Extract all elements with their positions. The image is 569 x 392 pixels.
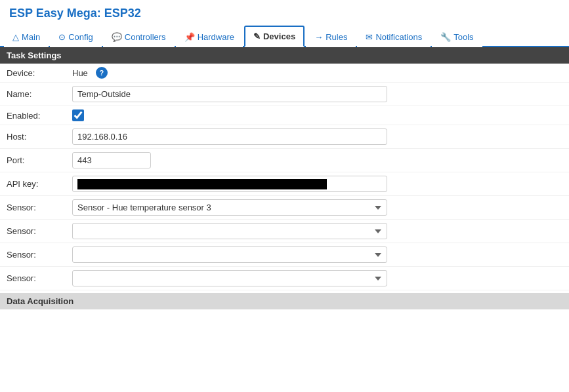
port-label: Port: bbox=[7, 155, 72, 165]
sensor3-select[interactable]: Sensor - Hue temperature sensor 1 Sensor… bbox=[72, 246, 387, 263]
device-label: Device: bbox=[7, 68, 72, 78]
sensor4-row: Sensor: Sensor - Hue temperature sensor … bbox=[0, 267, 569, 290]
sensor2-select[interactable]: Sensor - Hue temperature sensor 1 Sensor… bbox=[72, 223, 387, 239]
main-icon: △ bbox=[12, 32, 19, 42]
tab-main[interactable]: △ Main bbox=[4, 26, 49, 47]
help-icon[interactable]: ? bbox=[96, 67, 108, 79]
notifications-icon: ✉ bbox=[366, 32, 373, 42]
apikey-container bbox=[72, 176, 387, 192]
tab-notifications[interactable]: ✉ Notifications bbox=[357, 26, 431, 47]
apikey-input[interactable] bbox=[72, 176, 387, 192]
sensor2-control: Sensor - Hue temperature sensor 1 Sensor… bbox=[72, 223, 562, 239]
device-control: Hue ? bbox=[72, 67, 562, 79]
name-row: Name: bbox=[0, 83, 569, 106]
tools-icon: 🔧 bbox=[440, 32, 451, 42]
host-label: Host: bbox=[7, 132, 72, 142]
tab-hardware[interactable]: 📌 Hardware bbox=[176, 26, 243, 47]
sensor4-select[interactable]: Sensor - Hue temperature sensor 1 Sensor… bbox=[72, 270, 387, 286]
sensor4-control: Sensor - Hue temperature sensor 1 Sensor… bbox=[72, 270, 562, 286]
apikey-control bbox=[72, 176, 562, 192]
tab-rules[interactable]: → Rules bbox=[306, 26, 356, 47]
port-control bbox=[72, 152, 562, 168]
name-label: Name: bbox=[7, 89, 72, 99]
host-row: Host: bbox=[0, 125, 569, 149]
page-wrapper: ESP Easy Mega: ESP32 △ Main ⊙ Config 💬 C… bbox=[0, 0, 569, 392]
name-input[interactable] bbox=[72, 86, 387, 102]
apikey-label: API key: bbox=[7, 179, 72, 189]
nav-tabs: △ Main ⊙ Config 💬 Controllers 📌 Hardware… bbox=[0, 24, 569, 47]
tab-controllers[interactable]: 💬 Controllers bbox=[103, 26, 175, 47]
enabled-checkbox[interactable] bbox=[72, 109, 84, 121]
port-input[interactable] bbox=[72, 152, 151, 168]
devices-icon: ✎ bbox=[253, 31, 261, 41]
config-icon: ⊙ bbox=[58, 32, 66, 42]
sensor3-control: Sensor - Hue temperature sensor 1 Sensor… bbox=[72, 246, 562, 263]
rules-icon: → bbox=[314, 32, 323, 42]
sensor4-label: Sensor: bbox=[7, 273, 72, 283]
sensor2-row: Sensor: Sensor - Hue temperature sensor … bbox=[0, 220, 569, 243]
sensor1-control: Sensor - Hue temperature sensor 3 Sensor… bbox=[72, 199, 562, 216]
tab-config[interactable]: ⊙ Config bbox=[50, 26, 102, 47]
port-row: Port: bbox=[0, 149, 569, 172]
data-acquisition-header: Data Acquisition bbox=[0, 293, 569, 309]
enabled-label: Enabled: bbox=[7, 111, 72, 121]
enabled-control bbox=[72, 109, 562, 121]
sensor1-row: Sensor: Sensor - Hue temperature sensor … bbox=[0, 196, 569, 220]
apikey-row: API key: bbox=[0, 172, 569, 196]
host-control bbox=[72, 128, 562, 145]
enabled-row: Enabled: bbox=[0, 106, 569, 125]
page-title: ESP Easy Mega: ESP32 bbox=[0, 0, 569, 24]
name-control bbox=[72, 86, 562, 102]
sensor3-label: Sensor: bbox=[7, 250, 72, 260]
sensor1-label: Sensor: bbox=[7, 203, 72, 212]
device-value: Hue bbox=[72, 68, 88, 78]
tab-devices[interactable]: ✎ Devices bbox=[244, 26, 305, 47]
tab-tools[interactable]: 🔧 Tools bbox=[432, 26, 482, 47]
task-settings-header: Task Settings bbox=[0, 47, 569, 64]
controllers-icon: 💬 bbox=[112, 32, 122, 42]
device-row: Device: Hue ? bbox=[0, 64, 569, 83]
host-input[interactable] bbox=[72, 128, 387, 145]
sensor1-select[interactable]: Sensor - Hue temperature sensor 3 Sensor… bbox=[72, 199, 387, 216]
hardware-icon: 📌 bbox=[184, 32, 195, 42]
sensor3-row: Sensor: Sensor - Hue temperature sensor … bbox=[0, 243, 569, 267]
sensor2-label: Sensor: bbox=[7, 226, 72, 236]
